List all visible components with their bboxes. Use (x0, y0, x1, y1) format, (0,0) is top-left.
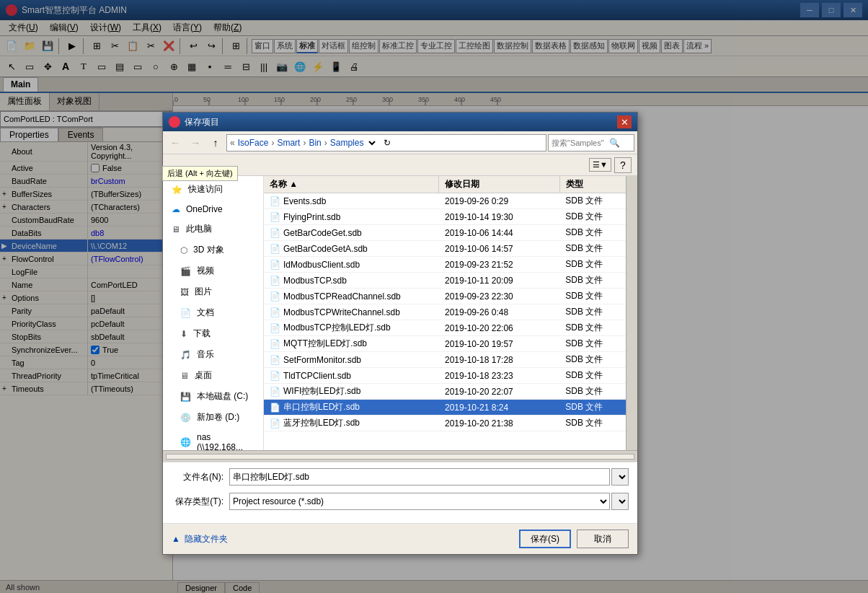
path-refresh[interactable]: ↻ (381, 136, 394, 149)
search-box[interactable]: 🔍 (548, 134, 634, 151)
file-row[interactable]: 📄ModbusTCPWriteChannel.sdb2019-09-26 0:4… (264, 304, 626, 320)
file-row[interactable]: 📄ModbusTCPReadChannel.sdb2019-09-23 22:3… (264, 289, 626, 304)
filetype-select[interactable]: Project resource (*.sdb) (229, 493, 610, 510)
doc-icon: 📄 (180, 308, 191, 318)
network-icon: 🌐 (180, 437, 191, 447)
left-item-video[interactable]: 🎬 视频 (163, 260, 263, 281)
path-segment-smart[interactable]: Smart (277, 138, 300, 148)
file-row[interactable]: 📄GetBarCodeGet.sdb2019-10-06 14:44SDB 文件 (264, 225, 626, 241)
dialog-body: ⭐ 快速访问 ☁ OneDrive 🖥 此电脑 ⬡ 3D 对象 🎬 视频 (163, 176, 637, 450)
disk-c-icon: 💾 (180, 392, 191, 402)
file-list-header: 名称 ▲ 修改日期 类型 (264, 176, 626, 193)
path-segment-bin[interactable]: Bin (309, 138, 321, 148)
music-icon: 🎵 (180, 350, 191, 360)
search-icon: 🔍 (609, 138, 620, 148)
path-sep2: › (303, 138, 306, 148)
left-item-documents[interactable]: 📄 文档 (163, 302, 263, 323)
search-input[interactable] (552, 139, 609, 147)
left-item-3d[interactable]: ⬡ 3D 对象 (163, 240, 263, 260)
picture-icon: 🖼 (180, 287, 189, 297)
file-row[interactable]: 📄MQTT控制LED灯.sdb2019-10-20 19:57SDB 文件 (264, 336, 626, 352)
pictures-label: 图片 (195, 286, 212, 298)
dialog-footer: ▲ 隐藏文件夹 保存(S) 取消 (163, 523, 637, 554)
path-dropdown[interactable]: ▼ (366, 136, 378, 149)
dialog-title: 保存项目 (185, 116, 617, 128)
dialog-forward-button[interactable]: → (186, 134, 205, 151)
path-segment-samples[interactable]: Samples (330, 138, 364, 148)
left-item-computer[interactable]: 🖥 此电脑 (163, 219, 263, 240)
file-row[interactable]: 📄SetFormMonitor.sdb2019-10-18 17:28SDB 文… (264, 352, 626, 368)
dialog-back-button[interactable]: ← (166, 134, 185, 151)
filename-input[interactable] (229, 468, 610, 486)
path-arrow1: « (230, 138, 235, 148)
dialog-titlebar: 保存项目 ✕ (163, 113, 637, 131)
file-list-area: 名称 ▲ 修改日期 类型 📄Events.sdb2019-09-26 0:29S… (264, 176, 626, 450)
path-sep1: › (271, 138, 274, 148)
path-sep3: › (324, 138, 327, 148)
left-item-music[interactable]: 🎵 音乐 (163, 344, 263, 365)
dialog-help-button[interactable]: ? (614, 157, 632, 173)
save-button[interactable]: 保存(S) (519, 530, 571, 548)
left-item-onedrive[interactable]: ☁ OneDrive (163, 200, 263, 219)
filetype-dropdown[interactable]: ▼ (611, 493, 629, 510)
col-name[interactable]: 名称 ▲ (264, 176, 439, 193)
file-row[interactable]: 📄蓝牙控制LED灯.sdb2019-10-20 21:38SDB 文件 (264, 416, 626, 431)
quickaccess-label: 快速访问 (188, 183, 223, 196)
left-item-desktop[interactable]: 🖥 桌面 (163, 365, 263, 386)
onedrive-label: OneDrive (186, 204, 223, 214)
filename-dropdown[interactable]: ▼ (611, 468, 629, 486)
dialog-close-button[interactable]: ✕ (617, 115, 632, 128)
file-row[interactable]: 📄FlyingPrint.sdb2019-10-14 19:30SDB 文件 (264, 209, 626, 225)
disk-c-label: 本地磁盘 (C:) (197, 390, 248, 403)
path-bar[interactable]: « IsoFace › Smart › Bin › Samples ▼ ↻ (226, 134, 546, 151)
file-row[interactable]: 📄TldTCPClient.sdb2019-10-18 23:23SDB 文件 (264, 368, 626, 384)
file-row[interactable]: 📄Events.sdb2019-09-26 0:29SDB 文件 (264, 193, 626, 209)
desktop-label: 桌面 (195, 369, 212, 382)
filetype-label: 保存类型(T): (172, 496, 229, 508)
chevron-up-icon: ▲ (172, 534, 180, 544)
computer-label: 此电脑 (186, 223, 212, 235)
video-label: 视频 (197, 265, 214, 277)
horizontal-scrollbar (163, 450, 637, 462)
file-row[interactable]: 📄ModbusTCP.sdb2019-10-11 20:09SDB 文件 (264, 273, 626, 289)
filename-field: 文件名(N): ▼ (172, 468, 629, 486)
left-item-nas[interactable]: 🌐 nas (\\192.168... (163, 428, 263, 450)
music-label: 音乐 (197, 348, 214, 361)
video-icon: 🎬 (180, 266, 191, 276)
col-date[interactable]: 修改日期 (439, 176, 560, 193)
col-type[interactable]: 类型 (560, 176, 626, 193)
disk-d-label: 新加卷 (D:) (197, 411, 239, 423)
left-item-quickaccess[interactable]: ⭐ 快速访问 (163, 179, 263, 200)
desktop-icon: 🖥 (180, 371, 189, 381)
left-item-downloads[interactable]: ⬇ 下载 (163, 323, 263, 344)
dialog-bottom: 文件名(N): ▼ 保存类型(T): Project resource (*.s… (163, 462, 637, 523)
hide-folders-toggle[interactable]: ▲ 隐藏文件夹 (172, 533, 228, 545)
dialog-buttons: 保存(S) 取消 (519, 530, 629, 548)
downloads-label: 下载 (193, 328, 211, 340)
3d-label: 3D 对象 (193, 244, 224, 256)
vertical-scrollbar[interactable] (626, 176, 637, 450)
file-row[interactable]: 📄GetBarCodeGetA.sdb2019-10-06 14:57SDB 文… (264, 241, 626, 257)
quickaccess-icon: ⭐ (172, 185, 182, 195)
cancel-button[interactable]: 取消 (577, 530, 629, 548)
left-item-disk-c[interactable]: 💾 本地磁盘 (C:) (163, 386, 263, 407)
hide-folders-label: 隐藏文件夹 (185, 533, 228, 545)
path-segment-isoface[interactable]: IsoFace (238, 138, 269, 148)
left-item-pictures[interactable]: 🖼 图片 (163, 281, 263, 302)
computer-icon: 🖥 (172, 224, 180, 234)
left-item-disk-d[interactable]: 💿 新加卷 (D:) (163, 407, 263, 428)
cube-icon: ⬡ (180, 245, 187, 255)
file-row[interactable]: 📄ModbusTCP控制LED灯.sdb2019-10-20 22:06SDB … (264, 320, 626, 336)
dialog-up-button[interactable]: ↑ (206, 134, 225, 151)
dialog-icon (169, 116, 180, 128)
dialog-view-button[interactable]: ☰▼ (589, 158, 611, 172)
file-row[interactable]: 📄WIFI控制LED灯.sdb2019-10-20 22:07SDB 文件 (264, 384, 626, 400)
file-list: 📄Events.sdb2019-09-26 0:29SDB 文件 📄Flying… (264, 193, 626, 450)
download-icon: ⬇ (180, 329, 187, 339)
back-tooltip: 后退 (Alt + 向左键) (162, 166, 238, 181)
h-scroll-track[interactable] (166, 454, 634, 460)
nas-label: nas (\\192.168... (197, 432, 254, 450)
file-row[interactable]: 📄IdModbusClient.sdb2019-09-23 21:52SDB 文… (264, 257, 626, 273)
dialog-toolbar: ← → ↑ « IsoFace › Smart › Bin › Samples … (163, 131, 637, 154)
file-row-selected[interactable]: 📄串口控制LED灯.sdb2019-10-21 8:24SDB 文件 (264, 400, 626, 416)
